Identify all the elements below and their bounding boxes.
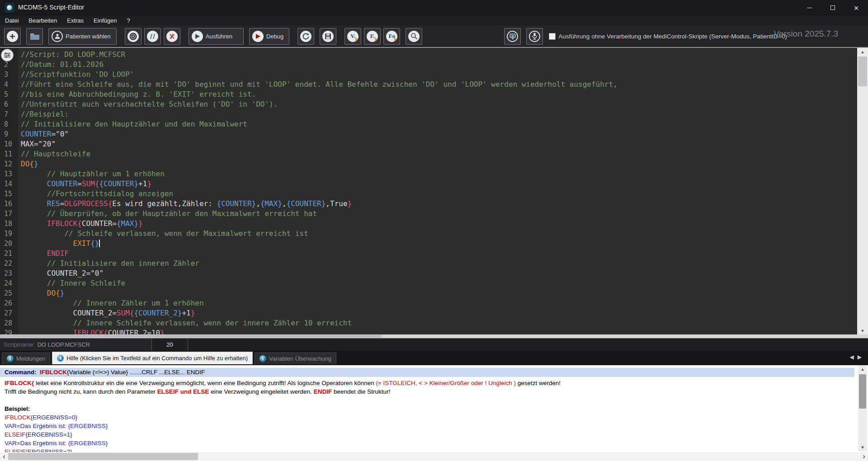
editor-scrollbar-thumb[interactable] xyxy=(858,56,867,86)
line-number: 23 xyxy=(0,268,18,278)
bottom-tab-bar: i Meldungen i Hilfe (Klicken Sie im Text… xyxy=(0,351,868,364)
code-line[interactable]: 12DO{} xyxy=(0,159,857,169)
code-line[interactable]: 27 COUNTER_2=SUM{{COUNTER_2}+1} xyxy=(0,308,857,318)
server-mode-checkbox[interactable] xyxy=(549,33,556,40)
maximize-icon xyxy=(830,5,835,10)
code-line[interactable]: 9COUNTER="0" xyxy=(0,129,857,139)
select-patient-button[interactable]: Patienten wählen xyxy=(48,28,117,45)
code-text: IFBLOCK{COUNTER={MAX}} xyxy=(18,219,143,228)
code-line[interactable]: 17 // Überprüfen, ob der Hauptzähler den… xyxy=(0,209,857,219)
help-content: Command: IFBLOCK{Variable (=!<>) Value} … xyxy=(0,368,854,452)
code-line[interactable]: 23 COUNTER_2="0" xyxy=(0,268,857,278)
scroll-up-icon[interactable]: ▲ xyxy=(857,48,868,56)
maximize-button[interactable] xyxy=(821,0,844,15)
scroll-down-icon[interactable]: ▼ xyxy=(858,443,867,451)
code-line[interactable]: 1//Script: DO LOOP.MCFSCR xyxy=(0,50,857,60)
svg-text:A: A xyxy=(512,34,514,37)
tab-variablen-ueberwachung[interactable]: i Variablen Überwachung xyxy=(255,353,336,364)
code-line[interactable]: 2//Datum: 01.01.2026 xyxy=(0,60,857,70)
code-line[interactable]: 19 // Schleife verlassen, wenn der Maxim… xyxy=(0,229,857,239)
code-line[interactable]: 29 IFBLOCK{COUNTER_2=10} xyxy=(0,328,857,334)
settings-badge-icon[interactable] xyxy=(1,49,14,61)
code-line[interactable]: 11// Hauptschleife xyxy=(0,149,857,159)
open-script-button[interactable] xyxy=(26,28,43,45)
monitor-button[interactable]: A xyxy=(504,28,521,45)
code-text: //Unterstützt auch verschachtelte Schlei… xyxy=(18,100,278,108)
help-scrollbar-thumb[interactable] xyxy=(859,374,866,409)
code-line[interactable]: 15 //Fortschrittsdialog anzeigen xyxy=(0,189,857,199)
line-number: 6 xyxy=(0,99,18,109)
scroll-left-icon[interactable]: ‹ xyxy=(0,452,8,461)
scroll-right-icon[interactable]: › xyxy=(860,452,868,461)
tab-hilfe[interactable]: i Hilfe (Klicken Sie im Textfeld auf ein… xyxy=(52,352,253,364)
insert-form-button[interactable]: Fo xyxy=(383,28,400,45)
line-number: 28 xyxy=(0,318,18,328)
editor-hscrollbar-thumb[interactable] xyxy=(0,335,382,338)
line-number: 9 xyxy=(0,129,18,139)
scroll-down-icon[interactable]: ▼ xyxy=(857,327,868,334)
record-button[interactable] xyxy=(125,28,142,45)
menu-help[interactable]: ? xyxy=(122,15,135,25)
help-text-line: ELSEIF{ERGEBNISS=1} xyxy=(0,431,854,438)
code-line[interactable]: 25 DO{} xyxy=(0,288,857,298)
run-label: Ausführen xyxy=(203,33,243,40)
bottom-scrollbar-thumb[interactable] xyxy=(8,453,198,460)
line-number: 24 xyxy=(0,278,18,288)
insert-variable-button[interactable]: V. xyxy=(344,28,361,45)
code-line[interactable]: 5//bis eine Abbruchbedingung z. B. 'EXIT… xyxy=(0,89,857,99)
code-line[interactable]: 10MAX="20" xyxy=(0,139,857,149)
code-line[interactable]: 21 ENDIF xyxy=(0,249,857,259)
debug-button[interactable]: Debug xyxy=(249,28,289,45)
insert-function-button[interactable]: F. xyxy=(364,28,381,45)
minimize-button[interactable] xyxy=(797,0,821,15)
run-play-icon xyxy=(192,31,203,42)
menu-bar: Datei Bearbeiten Extras Einfügen ? xyxy=(0,15,868,25)
code-line[interactable]: 18 IFBLOCK{COUNTER={MAX}} xyxy=(0,219,857,229)
uncomment-button[interactable] xyxy=(164,28,180,45)
reload-button[interactable] xyxy=(297,28,314,45)
scriptname-label: Scriptname: xyxy=(4,341,35,348)
code-line[interactable]: 24 // Innere Schleife xyxy=(0,278,857,288)
debug-play-icon xyxy=(252,31,264,42)
code-line[interactable]: 6//Unterstützt auch verschachtelte Schle… xyxy=(0,99,857,109)
code-line[interactable]: 13 // Hauptzähler um 1 erhöhen xyxy=(0,169,857,179)
folder-icon xyxy=(30,32,40,40)
run-button[interactable]: Ausführen xyxy=(189,28,244,45)
close-button[interactable]: × xyxy=(844,0,868,15)
help-vertical-scrollbar[interactable]: ▲ ▼ xyxy=(858,365,867,451)
code-text: // Initialisiere den inneren Zähler xyxy=(18,259,199,268)
script-editor[interactable]: 1//Script: DO LOOP.MCFSCR2//Datum: 01.01… xyxy=(0,48,857,334)
menu-datei[interactable]: Datei xyxy=(0,15,24,25)
menu-extras[interactable]: Extras xyxy=(62,15,89,25)
editor-vertical-scrollbar[interactable]: ▲ ▼ xyxy=(857,48,868,334)
tab-scroll-arrows[interactable]: ◀▶ xyxy=(850,354,865,360)
search-button[interactable] xyxy=(406,28,422,45)
code-line[interactable]: 16 RES=DLGPROCESS{Es wird gezählt,Zähler… xyxy=(0,199,857,209)
code-line[interactable]: 22 // Initialisiere den inneren Zähler xyxy=(0,259,857,268)
code-line[interactable]: 26 // Inneren Zähler um 1 erhöhen xyxy=(0,298,857,308)
code-line[interactable]: 3//Scriptfunktion 'DO LOOP' xyxy=(0,70,857,80)
menu-einfuegen[interactable]: Einfügen xyxy=(89,15,122,25)
comment-button[interactable] xyxy=(144,28,161,45)
code-line[interactable]: 28 // Innere Schleife verlassen, wenn de… xyxy=(0,318,857,328)
code-line[interactable]: 8// Initialisiere den Hauptzähler und de… xyxy=(0,119,857,129)
lens-icon xyxy=(127,31,139,42)
refresh-icon xyxy=(300,31,311,42)
microphone-button[interactable] xyxy=(526,28,543,45)
tab-meldungen[interactable]: i Meldungen xyxy=(2,353,50,364)
line-number: 19 xyxy=(0,229,18,239)
code-line[interactable]: 20 EXIT{} xyxy=(0,239,857,249)
line-number: 20 xyxy=(0,239,18,249)
code-line[interactable]: 4//Führt eine Schleife aus, die mit 'DO'… xyxy=(0,80,857,89)
menu-bearbeiten[interactable]: Bearbeiten xyxy=(24,15,62,25)
code-text: ENDIF xyxy=(18,249,69,258)
save-button[interactable] xyxy=(320,28,336,45)
new-script-button[interactable] xyxy=(4,28,21,45)
scroll-up-icon[interactable]: ▲ xyxy=(858,365,867,373)
line-number: 17 xyxy=(0,209,18,219)
editor-horizontal-scrollbar[interactable] xyxy=(0,334,868,338)
bottom-horizontal-scrollbar[interactable]: ‹ › xyxy=(0,452,868,461)
code-line[interactable]: 7//Beispiel: xyxy=(0,109,857,119)
code-line[interactable]: 14 COUNTER=SUM{{COUNTER}+1} xyxy=(0,179,857,189)
plus-icon xyxy=(7,31,18,42)
